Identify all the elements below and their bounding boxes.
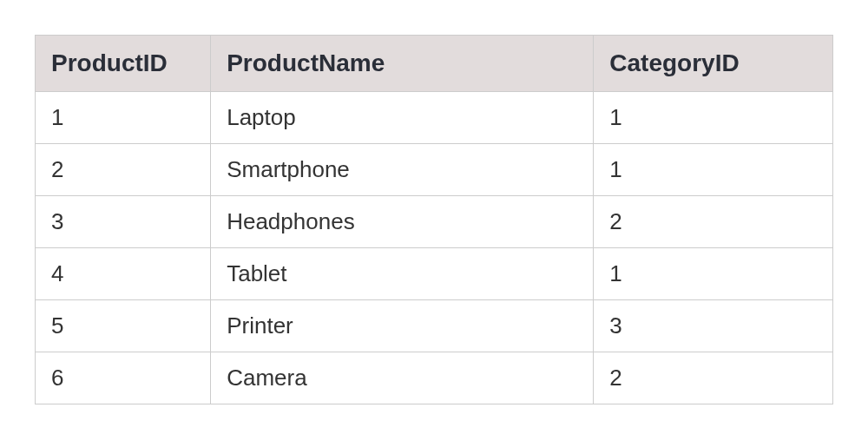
cell-categoryid: 1 [594,144,833,196]
cell-productid: 5 [36,300,211,352]
cell-productname: Headphones [211,196,594,248]
table-row: 2 Smartphone 1 [36,144,833,196]
cell-productid: 6 [36,352,211,404]
cell-productid: 3 [36,196,211,248]
cell-productname: Printer [211,300,594,352]
table-row: 1 Laptop 1 [36,92,833,144]
cell-productid: 1 [36,92,211,144]
cell-productid: 4 [36,248,211,300]
cell-categoryid: 2 [594,352,833,404]
table-row: 5 Printer 3 [36,300,833,352]
cell-productname: Laptop [211,92,594,144]
column-header-productid: ProductID [36,36,211,92]
cell-productname: Smartphone [211,144,594,196]
cell-categoryid: 1 [594,92,833,144]
cell-categoryid: 2 [594,196,833,248]
products-table: ProductID ProductName CategoryID 1 Lapto… [35,35,833,404]
cell-productname: Tablet [211,248,594,300]
cell-productid: 2 [36,144,211,196]
table-row: 6 Camera 2 [36,352,833,404]
cell-categoryid: 3 [594,300,833,352]
cell-categoryid: 1 [594,248,833,300]
table-row: 3 Headphones 2 [36,196,833,248]
cell-productname: Camera [211,352,594,404]
column-header-categoryid: CategoryID [594,36,833,92]
table-header-row: ProductID ProductName CategoryID [36,36,833,92]
column-header-productname: ProductName [211,36,594,92]
table-row: 4 Tablet 1 [36,248,833,300]
